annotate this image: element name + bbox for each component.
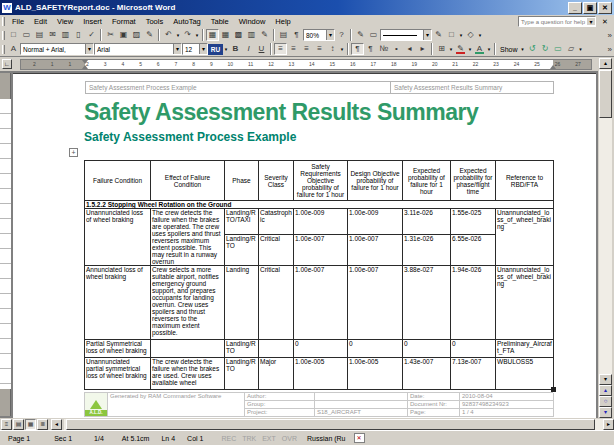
folder-icon[interactable]: ▱ <box>565 43 578 55</box>
line-spacing-dropdown-icon[interactable]: ▾ <box>339 46 345 52</box>
draw-table-icon[interactable]: ✎ <box>354 29 367 41</box>
close-document-icon[interactable]: ✕ <box>599 16 611 27</box>
toolbar-grip[interactable] <box>2 45 5 54</box>
font-color-icon[interactable]: A <box>473 43 486 55</box>
outline-view-button[interactable]: ≣ <box>37 419 48 430</box>
status-mode-ovr[interactable]: OVR <box>282 435 297 442</box>
status-language[interactable]: Russian (Ru <box>307 435 346 442</box>
show-button[interactable]: Show <box>498 46 520 53</box>
chevron-down-icon[interactable]: ▾ <box>587 18 595 25</box>
menu-item-insert[interactable]: Insert <box>78 16 107 27</box>
status-mode-rec[interactable]: REC <box>221 435 236 442</box>
decrease-indent-icon[interactable]: ◂ <box>403 43 416 55</box>
folder-dropdown-icon[interactable]: ▾ <box>578 46 584 52</box>
zoom-combo[interactable]: 80% ▾ <box>303 29 335 41</box>
title-bar[interactable]: W ALD_SAFETYReport.doc - Microsoft Word … <box>0 0 614 15</box>
font-size-combo[interactable]: 12 ▾ <box>182 43 208 55</box>
columns-icon[interactable]: ▥ <box>245 29 258 41</box>
chevron-down-icon[interactable]: ▾ <box>85 44 93 54</box>
table-move-handle[interactable]: + <box>69 148 78 157</box>
scroll-right-icon[interactable]: ▸ <box>603 419 614 430</box>
print-icon[interactable]: ▥ <box>59 29 72 41</box>
bold-icon[interactable]: B <box>229 43 242 55</box>
left-to-right-icon[interactable]: ¶ <box>351 43 364 55</box>
align-justify-icon[interactable]: ≡ <box>313 43 326 55</box>
line-spacing-icon[interactable]: ↕ <box>326 43 339 55</box>
question-help-box[interactable]: Type a question for help ▾ <box>518 16 596 27</box>
menu-item-tools[interactable]: Tools <box>141 16 169 27</box>
chevron-down-icon[interactable]: ▾ <box>199 44 207 54</box>
chevron-down-icon[interactable]: ▾ <box>423 30 431 40</box>
undo-icon[interactable]: ↶ <box>162 29 175 41</box>
status-mode-ext[interactable]: EXT <box>262 435 276 442</box>
toolbar-grip[interactable] <box>2 17 5 26</box>
new-document-icon[interactable]: □ <box>7 29 20 41</box>
tab-selector-button[interactable]: ∟ <box>2 59 12 69</box>
align-left-icon[interactable]: ≡ <box>274 43 287 55</box>
copy-icon[interactable]: ▣ <box>117 29 130 41</box>
highlight-icon[interactable]: ✎ <box>454 43 467 55</box>
open-icon[interactable]: ▭ <box>20 29 33 41</box>
format-painter-icon[interactable]: ✎ <box>143 29 156 41</box>
first-line-indent-marker[interactable] <box>82 60 88 64</box>
language-button[interactable]: RU <box>208 44 223 55</box>
toolbar-grip[interactable] <box>2 31 5 40</box>
toolbar-options-chevron[interactable]: » <box>608 31 612 40</box>
font-color-dropdown-icon[interactable]: ▾ <box>486 46 492 52</box>
insert-excel-icon[interactable]: ▩ <box>232 29 245 41</box>
right-indent-marker[interactable] <box>550 65 556 69</box>
border-icon[interactable]: ⊞ <box>435 43 448 55</box>
shading-dropdown-icon[interactable]: ▾ <box>477 32 483 38</box>
styles-and-formatting-icon[interactable]: A <box>7 43 20 55</box>
browse-previous-icon[interactable]: ▴ <box>599 385 612 396</box>
hanging-indent-marker[interactable] <box>82 65 88 69</box>
document-map-icon[interactable]: ▤ <box>277 29 290 41</box>
safety-results-table[interactable]: Failure Condition Effect of Failure Cond… <box>84 160 554 390</box>
menu-item-edit[interactable]: Edit <box>29 16 52 27</box>
normal-view-button[interactable]: ≡ <box>1 419 12 430</box>
underline-icon[interactable]: U <box>255 43 268 55</box>
vertical-ruler[interactable] <box>0 73 11 416</box>
print-layout-view-button[interactable]: ▦ <box>25 419 36 430</box>
menu-item-table[interactable]: Table <box>206 16 234 27</box>
show-hide-icon[interactable]: ¶ <box>290 29 303 41</box>
close-button[interactable]: ✕ <box>598 2 612 14</box>
border-color-icon[interactable]: ✎ <box>432 29 445 41</box>
restore-button[interactable]: ▣ <box>583 2 597 14</box>
chevron-down-icon[interactable]: ▾ <box>326 30 334 40</box>
shading-color-icon[interactable]: ◇ <box>464 29 477 41</box>
toolbar-options-chevron[interactable]: » <box>608 45 612 54</box>
cut-icon[interactable]: ✂ <box>104 29 117 41</box>
italic-icon[interactable]: I <box>242 43 255 55</box>
menu-item-window[interactable]: Window <box>234 16 271 27</box>
align-center-icon[interactable]: ≡ <box>287 43 300 55</box>
menu-item-help[interactable]: Help <box>270 16 295 27</box>
web-layout-view-button[interactable]: ▤ <box>13 419 24 430</box>
save-icon[interactable]: ▤ <box>33 29 46 41</box>
spelling-grammar-status-icon[interactable]: ✕ <box>354 433 365 443</box>
scroll-down-icon[interactable]: ▾ <box>599 374 612 385</box>
paste-icon[interactable]: ▨ <box>130 29 143 41</box>
menu-item-file[interactable]: File <box>7 16 29 27</box>
increase-indent-icon[interactable]: ▸ <box>416 43 429 55</box>
redo-dropdown-icon[interactable]: ▾ <box>194 32 200 38</box>
status-mode-trk[interactable]: TRK <box>242 435 256 442</box>
scroll-left-icon[interactable]: ◂ <box>51 419 62 430</box>
horizontal-scroll-track[interactable] <box>64 419 603 430</box>
next-change-icon[interactable]: ↻ <box>539 43 552 55</box>
redo-icon[interactable]: ↷ <box>181 29 194 41</box>
horizontal-scroll-thumb[interactable] <box>66 419 595 430</box>
previous-change-icon[interactable]: ↺ <box>526 43 539 55</box>
spelling-icon[interactable]: ✓ <box>85 29 98 41</box>
menu-item-autotag[interactable]: AutoTag <box>168 16 206 27</box>
eraser-icon[interactable]: ▭ <box>367 29 380 41</box>
font-combo[interactable]: Arial ▾ <box>94 43 182 55</box>
chevron-down-icon[interactable]: ▾ <box>173 44 181 54</box>
menu-item-view[interactable]: View <box>52 16 78 27</box>
vertical-scrollbar[interactable]: ▴ ▾ ▴ ○ ▾ <box>599 58 612 418</box>
help-icon[interactable]: ? <box>335 29 348 41</box>
insert-table-icon[interactable]: ▦ <box>219 29 232 41</box>
ruler-band[interactable]: 2112345678910111213141516171819202122232… <box>20 59 592 70</box>
bullets-icon[interactable]: • <box>390 43 403 55</box>
select-browse-object-icon[interactable]: ○ <box>599 396 612 407</box>
